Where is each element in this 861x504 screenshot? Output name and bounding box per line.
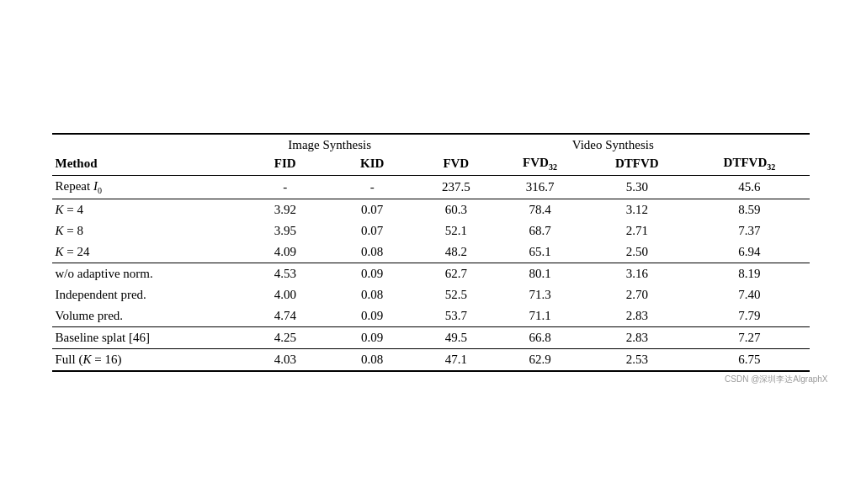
- cell-fid: 4.74: [242, 305, 327, 327]
- cell-method: Volume pred.: [52, 305, 243, 327]
- table-row: Volume pred.4.740.0953.771.12.837.79: [52, 305, 810, 327]
- cell-fid: -: [242, 175, 327, 199]
- cell-fvd: 47.1: [417, 348, 496, 371]
- cell-fvd: 52.5: [417, 284, 496, 305]
- cell-kid: 0.07: [327, 199, 417, 220]
- cell-dtfvd: 2.53: [584, 348, 689, 371]
- empty-header: [52, 134, 243, 152]
- cell-fvd: 62.7: [417, 263, 496, 284]
- cell-fid: 4.00: [242, 284, 327, 305]
- col-fvd32: FVD32: [496, 152, 585, 176]
- cell-dtfvd32: 7.27: [689, 326, 809, 348]
- cell-fvd32: 80.1: [496, 263, 585, 284]
- cell-method: Repeat I0: [52, 175, 243, 199]
- cell-dtfvd32: 8.59: [689, 199, 809, 220]
- table-row: Independent pred.4.000.0852.571.32.707.4…: [52, 284, 810, 305]
- table-row: K = 83.950.0752.168.72.717.37: [52, 220, 810, 241]
- cell-fvd32: 68.7: [496, 220, 585, 241]
- cell-dtfvd32: 7.40: [689, 284, 809, 305]
- cell-fid: 4.53: [242, 263, 327, 284]
- table-body: Repeat I0--237.5316.75.3045.6K = 43.920.…: [52, 175, 810, 371]
- cell-method: Independent pred.: [52, 284, 243, 305]
- cell-dtfvd32: 7.79: [689, 305, 809, 327]
- cell-fvd: 49.5: [417, 326, 496, 348]
- cell-dtfvd: 3.12: [584, 199, 689, 220]
- cell-method: K = 4: [52, 199, 243, 220]
- table-row: w/o adaptive norm.4.530.0962.780.13.168.…: [52, 263, 810, 284]
- cell-fvd: 53.7: [417, 305, 496, 327]
- cell-dtfvd32: 8.19: [689, 263, 809, 284]
- col-fid: FID: [242, 152, 327, 176]
- cell-fvd32: 71.1: [496, 305, 585, 327]
- col-dtfvd32: DTFVD32: [689, 152, 809, 176]
- cell-method: w/o adaptive norm.: [52, 263, 243, 284]
- table-row: K = 244.090.0848.265.12.506.94: [52, 241, 810, 263]
- image-synthesis-header: Image Synthesis: [242, 134, 417, 152]
- cell-kid: 0.08: [327, 348, 417, 371]
- cell-dtfvd32: 6.75: [689, 348, 809, 371]
- cell-dtfvd: 2.83: [584, 305, 689, 327]
- cell-dtfvd: 3.16: [584, 263, 689, 284]
- table-container: Image Synthesis Video Synthesis Method F…: [27, 116, 835, 389]
- cell-fvd32: 62.9: [496, 348, 585, 371]
- cell-method: K = 24: [52, 241, 243, 263]
- cell-fvd32: 66.8: [496, 326, 585, 348]
- column-names-row: Method FID KID FVD FVD32 DTFVD DTFVD32: [52, 152, 810, 176]
- cell-fid: 3.92: [242, 199, 327, 220]
- col-fvd: FVD: [417, 152, 496, 176]
- cell-fid: 4.25: [242, 326, 327, 348]
- table-row: Full (K = 16)4.030.0847.162.92.536.75: [52, 348, 810, 371]
- cell-fvd: 48.2: [417, 241, 496, 263]
- col-fvd32-sub: 32: [549, 162, 557, 172]
- cell-kid: -: [327, 175, 417, 199]
- cell-dtfvd: 2.71: [584, 220, 689, 241]
- cell-method: Baseline splat [46]: [52, 326, 243, 348]
- cell-kid: 0.07: [327, 220, 417, 241]
- watermark: CSDN @深圳李达AlgraphX: [725, 374, 827, 385]
- cell-fvd32: 71.3: [496, 284, 585, 305]
- cell-dtfvd: 5.30: [584, 175, 689, 199]
- cell-kid: 0.08: [327, 284, 417, 305]
- table-row: K = 43.920.0760.378.43.128.59: [52, 199, 810, 220]
- cell-fid: 4.09: [242, 241, 327, 263]
- col-dtfvd32-sub: 32: [767, 162, 775, 172]
- cell-fid: 4.03: [242, 348, 327, 371]
- table-row: Baseline splat [46]4.250.0949.566.82.837…: [52, 326, 810, 348]
- cell-fvd32: 78.4: [496, 199, 585, 220]
- results-table: Image Synthesis Video Synthesis Method F…: [52, 133, 810, 372]
- cell-fvd: 60.3: [417, 199, 496, 220]
- cell-dtfvd: 2.50: [584, 241, 689, 263]
- col-dtfvd: DTFVD: [584, 152, 689, 176]
- cell-kid: 0.08: [327, 241, 417, 263]
- cell-fvd: 237.5: [417, 175, 496, 199]
- cell-fvd32: 316.7: [496, 175, 585, 199]
- cell-dtfvd: 2.70: [584, 284, 689, 305]
- cell-kid: 0.09: [327, 305, 417, 327]
- cell-fvd: 52.1: [417, 220, 496, 241]
- cell-fid: 3.95: [242, 220, 327, 241]
- cell-method: K = 8: [52, 220, 243, 241]
- col-kid: KID: [327, 152, 417, 176]
- cell-method: Full (K = 16): [52, 348, 243, 371]
- video-synthesis-header: Video Synthesis: [417, 134, 810, 152]
- cell-dtfvd32: 45.6: [689, 175, 809, 199]
- col-method: Method: [52, 152, 243, 176]
- cell-kid: 0.09: [327, 326, 417, 348]
- section-header-row: Image Synthesis Video Synthesis: [52, 134, 810, 152]
- cell-fvd32: 65.1: [496, 241, 585, 263]
- table-row: Repeat I0--237.5316.75.3045.6: [52, 175, 810, 199]
- cell-dtfvd32: 6.94: [689, 241, 809, 263]
- cell-kid: 0.09: [327, 263, 417, 284]
- cell-dtfvd32: 7.37: [689, 220, 809, 241]
- cell-dtfvd: 2.83: [584, 326, 689, 348]
